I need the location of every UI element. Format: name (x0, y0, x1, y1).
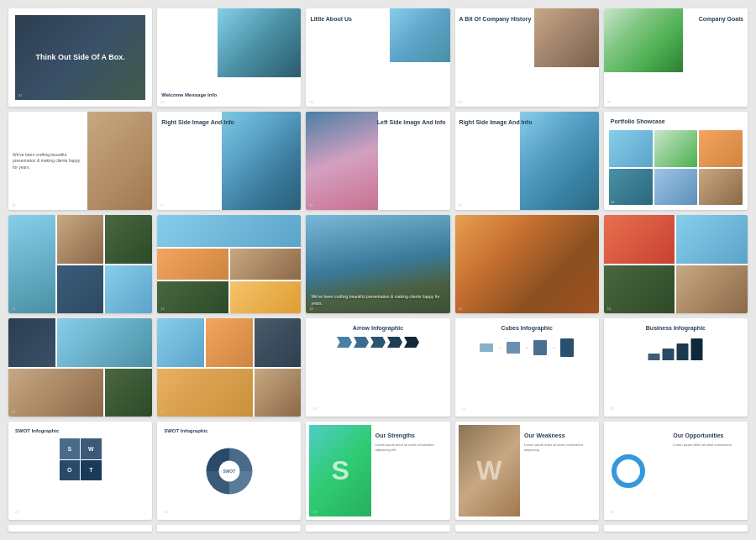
slide-24-num: 24 (462, 510, 465, 514)
slide-6[interactable]: We've been crafting beautiful presentati… (8, 112, 152, 210)
slide-24-title: Our Weakness (524, 433, 591, 438)
slide-23-num: 23 (312, 510, 316, 514)
slide-29[interactable]: Circle Infographic → → → → 29 (455, 525, 599, 532)
slide-7-title: Right Side Image And Info (161, 118, 234, 127)
slide-1-title: Think Out Side Of A Box. (35, 52, 124, 63)
slide-2-num: 02 (160, 100, 164, 104)
slide-10-num: 10 (611, 200, 614, 204)
slide-20[interactable]: Business Infographic 20 (604, 318, 748, 417)
slide-21-title: SWOT Infographic (15, 428, 59, 433)
slide-18[interactable]: Arrow Infographic 18 (306, 318, 449, 417)
slide-9-num: 09 (459, 203, 462, 207)
slide-21[interactable]: SWOT Infographic S W O T 21 (8, 422, 152, 520)
slide-6-num: 06 (12, 203, 15, 207)
slide-10[interactable]: Portfolio Showcase 10 (604, 112, 748, 210)
slide-2-title: Welcome Message Info (161, 92, 217, 98)
slide-16-num: 16 (12, 410, 15, 414)
slide-5[interactable]: Company Goals 05 (604, 8, 748, 107)
slide-4-title: A Bit Of Company History (459, 15, 532, 24)
slide-27[interactable]: A B C D ABCD Infographic Info 27 (157, 525, 301, 532)
slide-12[interactable]: 12 (157, 215, 301, 313)
slide-9[interactable]: Right Side Image And Info 09 (455, 112, 599, 210)
slide-6-subtitle: We've been crafting beautiful presentati… (13, 151, 85, 170)
slide-2[interactable]: Welcome Message Info 02 (157, 8, 301, 107)
slide-4[interactable]: A Bit Of Company History 04 (455, 8, 599, 107)
slide-1[interactable]: Think Out Side Of A Box. 01 (8, 8, 152, 107)
slide-3[interactable]: Little About Us 03 (306, 8, 449, 107)
slide-10-title: Portfolio Showcase (611, 118, 665, 124)
slide-16[interactable]: 16 (8, 318, 152, 417)
slide-22-num: 22 (164, 510, 167, 514)
slide-8[interactable]: Left Side Image And Info 08 (306, 112, 449, 210)
slide-20-num: 20 (611, 406, 614, 411)
slide-3-num: 03 (309, 100, 312, 104)
slide-7[interactable]: Right Side Image And Info 07 (157, 112, 301, 210)
slide-7-num: 07 (160, 203, 164, 207)
slide-23[interactable]: S Our Strengths Lorem ipsum dolor sit am… (306, 422, 449, 520)
slide-3-title: Little About Us (310, 15, 352, 24)
slide-12-num: 12 (160, 307, 164, 311)
slide-19-title: Cubes Infographic (459, 325, 596, 331)
slide-26[interactable]: T Our Threats Lorem ipsum dolor sit amet… (8, 525, 152, 532)
slide-17-num: 17 (160, 410, 164, 414)
slide-8-num: 08 (309, 203, 312, 207)
slide-5-title: Company Goals (699, 15, 743, 24)
slide-9-title: Right Side Image And Info (459, 118, 533, 127)
slide-18-num: 18 (312, 406, 316, 411)
slide-14[interactable]: 14 (455, 215, 599, 313)
slide-5-num: 05 (607, 100, 611, 104)
slide-30[interactable]: Wave Infographic 30 (604, 525, 748, 532)
slide-11-num: 11 (12, 307, 15, 311)
slide-20-title: Business Infographic (607, 325, 744, 331)
slide-17[interactable]: 17 (157, 318, 301, 417)
slide-14-num: 14 (459, 307, 462, 311)
slides-grid: Think Out Side Of A Box. 01 Welcome Mess… (0, 0, 756, 540)
slide-21-num: 21 (15, 510, 18, 514)
slide-23-title: Our Strengths (375, 433, 443, 438)
slide-19[interactable]: Cubes Infographic → → → 19 (455, 318, 599, 417)
slide-15-num: 15 (607, 307, 611, 311)
slide-24[interactable]: W Our Weakness Lorem ipsum dolor sit ame… (455, 422, 599, 520)
slide-13-num: 13 (309, 307, 312, 311)
slide-28[interactable]: Steps Infographic 28 (306, 525, 449, 532)
slide-22[interactable]: SWOT Infographic SWOT 22 (157, 422, 301, 520)
slide-8-title: Left Side Image And Info (377, 118, 446, 127)
slide-25-title: Our Opportunities (673, 433, 740, 438)
slide-13-subtitle: We've been crafting beautiful presentati… (311, 294, 444, 307)
slide-13[interactable]: We've been crafting beautiful presentati… (306, 215, 449, 313)
slide-22-title: SWOT Infographic (164, 428, 207, 433)
slide-11[interactable]: 11 (8, 215, 152, 313)
slide-4-num: 04 (459, 100, 462, 104)
slide-25-num: 25 (611, 510, 614, 514)
slide-19-num: 19 (462, 406, 465, 411)
slide-18-title: Arrow Infographic (309, 325, 446, 331)
slide-1-num: 01 (18, 93, 22, 97)
slide-25[interactable]: Our Opportunities Lorem ipsum dolor sit … (604, 422, 748, 520)
slide-15[interactable]: 15 (604, 215, 748, 313)
